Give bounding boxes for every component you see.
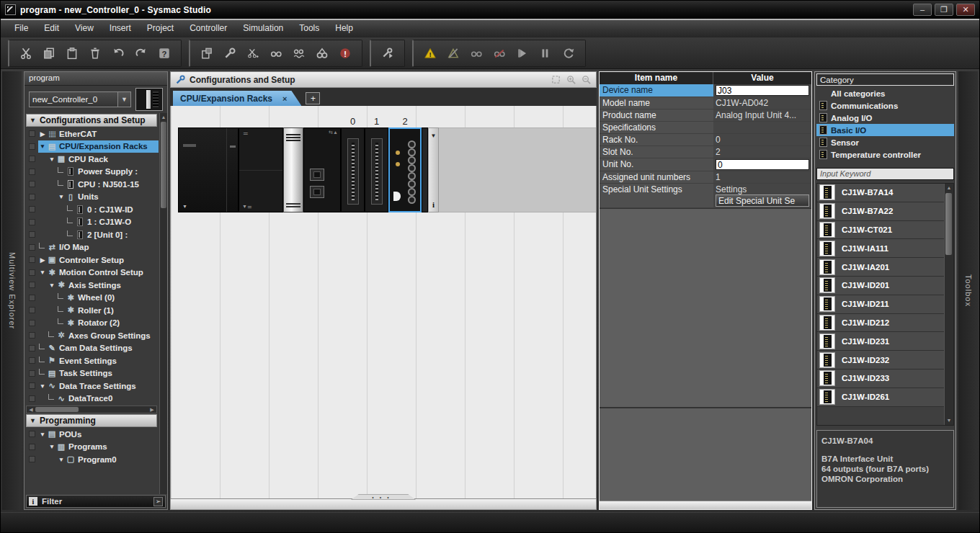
rebuild-icon[interactable] [377,43,398,63]
unit-1-module[interactable] [365,127,388,212]
expand-icon[interactable]: ▼ [38,269,47,276]
add-tab-button[interactable]: + [306,92,320,104]
collapse-icon[interactable]: ▶ [38,130,47,138]
category-sensor[interactable]: Sensor [816,136,954,148]
filter-bar[interactable]: i Filter ➢ [26,495,166,508]
device-cj1w-ia201[interactable]: CJ1W-IA201 [817,258,944,277]
search-icon[interactable] [311,43,333,63]
tree-checkbox[interactable] [29,395,35,402]
tree-horizontal-scrollbar[interactable]: ◀▶ [26,406,157,413]
collapse-icon[interactable]: ▶ [38,256,47,264]
device-cj1w-id231[interactable]: CJ1W-ID231 [817,332,944,351]
cut-icon[interactable] [15,43,37,63]
fit-to-window-icon[interactable] [551,74,561,85]
edit-special-unit-settings-button[interactable]: Edit Special Unit Se [716,194,809,207]
tree-checkbox[interactable] [29,206,35,212]
tree-item-2-unit-0[interactable]: 2 [Unit 0] : [24,228,159,241]
bottom-splitter[interactable]: ••• [170,499,597,510]
multiview-explorer-strip[interactable]: Multiview Explorer [2,71,22,510]
device-cj1w-id211[interactable]: CJ1W-ID211 [817,295,944,314]
tree-item-axes-group-settings[interactable]: ✲Axes Group Settings [24,329,159,342]
tree-checkbox[interactable] [29,357,35,364]
tree-checkbox[interactable] [29,231,35,238]
tree-item-rotator-2[interactable]: ✱Rotator (2) [24,317,159,330]
section-header-programming[interactable]: ▼Programming [26,414,157,427]
tree-checkbox[interactable] [29,295,35,301]
toolbox-strip[interactable]: Toolbox [958,71,978,510]
tab-cpu-expansion-racks[interactable]: CPU/Expansion Racks × [173,91,301,106]
tree-item-cpu-rack[interactable]: ▼▦CPU Rack [24,153,159,166]
menu-help[interactable]: Help [327,20,361,36]
scroll-up-icon[interactable]: ▲ [160,113,167,121]
tree-item-datatrace0[interactable]: ∿DataTrace0 [24,393,159,406]
tree-checkbox[interactable] [29,181,35,187]
tree-item-motion-control-setup[interactable]: ▼✱Motion Control Setup [24,266,159,279]
menu-view[interactable]: View [67,20,102,36]
tree-item-i-o-map[interactable]: ⇄I/O Map [24,241,159,254]
tree-item-power-supply[interactable]: Power Supply : [24,166,159,179]
tree-item-task-settings[interactable]: ▤Task Settings [24,367,159,380]
device-cj1w-id232[interactable]: CJ1W-ID232 [817,351,944,369]
tree-item-event-settings[interactable]: ⚑Event Settings [24,354,159,367]
delete-icon[interactable] [84,43,106,63]
property-value[interactable]: SettingsEdit Special Unit Se [713,184,811,207]
tree-checkbox[interactable] [29,269,35,276]
power-supply-module[interactable] [178,127,239,212]
device-list-scrollbar[interactable]: ▲ ▼ [944,184,953,425]
tree-checkbox[interactable] [29,332,35,339]
tree-item-program0[interactable]: ▼▢Program0 [24,453,159,466]
rack-empty-band[interactable] [439,127,597,212]
tree-checkbox[interactable] [29,219,35,225]
menu-simulation[interactable]: Simulation [235,20,291,36]
scroll-thumb[interactable] [945,193,952,255]
tree-checkbox[interactable] [29,345,35,351]
device-cj1w-id201[interactable]: CJ1W-ID201 [817,277,944,295]
tree-item-programs[interactable]: ▼▥Programs [24,441,159,454]
tree-checkbox[interactable] [29,256,35,263]
export-icon[interactable] [196,43,218,63]
zoom-out-icon[interactable] [581,74,592,85]
unit-2-module-selected[interactable] [388,127,422,212]
device-cj1w-id261[interactable]: CJ1W-ID261 [817,388,944,407]
controller-select[interactable]: new_Controller_0 ▼ [29,91,131,107]
tree-item-1-cj1w-o[interactable]: 1 : CJ1W-O [24,216,159,229]
tree-item-cam-data-settings[interactable]: ✎Cam Data Settings [24,342,159,355]
undo-icon[interactable] [107,43,129,63]
unit-0-module[interactable] [341,127,365,212]
rack-end-cap[interactable] [428,127,439,212]
tree-checkbox[interactable] [29,282,35,288]
property-value-input[interactable] [716,159,809,170]
tree-checkbox[interactable] [29,307,35,313]
category-all-categories[interactable]: All categories [816,87,954,99]
menu-insert[interactable]: Insert [102,20,139,36]
expand-icon[interactable]: ▼ [38,382,47,390]
warning-icon[interactable]: ! [419,43,441,63]
tree-checkbox[interactable] [29,382,35,389]
tree-vertical-scrollbar[interactable]: ▲ [159,113,167,494]
copy-icon[interactable] [38,43,60,63]
device-cj1w-b7a14[interactable]: CJ1W-B7A14 [817,184,944,202]
paste-icon[interactable] [61,43,83,63]
menu-edit[interactable]: Edit [36,20,67,36]
tree-checkbox[interactable] [29,320,35,326]
ethernet-module[interactable] [303,127,341,212]
monitor-icon[interactable] [466,43,487,63]
scroll-up-icon[interactable]: ▲ [945,184,953,192]
tree-item-units[interactable]: ▼▯Units [24,191,159,204]
expand-icon[interactable]: ▼ [38,431,47,438]
cpu-module[interactable] [283,127,303,212]
tree-checkbox[interactable] [29,143,35,150]
menu-file[interactable]: File [6,20,36,36]
category-analog-i-o[interactable]: Analog I/O [816,112,954,124]
property-value-input[interactable] [716,85,809,96]
category-temperature-controller[interactable]: Temperature controller [816,148,954,161]
tree-checkbox[interactable] [29,156,35,162]
device-cj1w-ia111[interactable]: CJ1W-IA111 [817,239,944,258]
tree-item-roller-1[interactable]: ✱Roller (1) [24,304,159,317]
tree-item-data-trace-settings[interactable]: ▼∿Data Trace Settings [24,380,159,393]
expand-icon[interactable]: ▼ [38,143,47,150]
tree-item-cpu-nj501-15[interactable]: CPU : NJ501-15 [24,178,159,191]
category-communications[interactable]: Communications [816,99,954,112]
tree-checkbox[interactable] [29,456,35,462]
category-basic-i-o[interactable]: Basic I/O [816,124,954,136]
